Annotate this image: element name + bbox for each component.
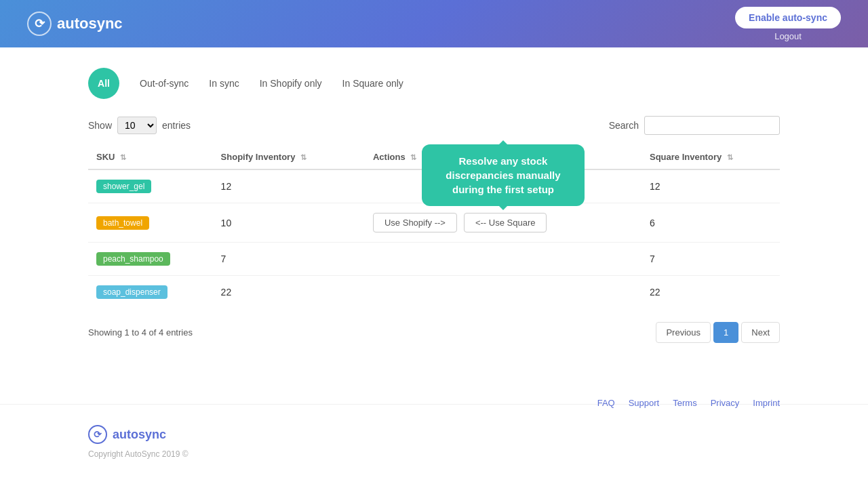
tab-in-square-only[interactable]: In Square only <box>342 78 403 89</box>
col-header-sku: SKU ⇅ <box>88 145 213 169</box>
col-header-square: Square Inventory ⇅ <box>642 145 780 169</box>
footer-logo: ⟳ autosync <box>88 425 189 444</box>
table-row: peach_shampoo 7 7 <box>88 243 780 276</box>
action-buttons: Use Shopify --> <-- Use Square <box>373 213 633 232</box>
filter-tabs: All Out-of-sync In sync In Shopify only … <box>88 68 780 99</box>
use-shopify-button[interactable]: Use Shopify --> <box>373 213 457 232</box>
table-row: bath_towel 10 Resolve any stock discrepa… <box>88 203 780 243</box>
table-controls: Show 10 25 50 100 entries Search <box>88 116 780 135</box>
square-sort-icon[interactable]: ⇅ <box>727 153 733 161</box>
enable-autosync-button[interactable]: Enable auto-sync <box>735 7 841 28</box>
footer-logo-icon: ⟳ <box>88 425 107 444</box>
pagination: Previous 1 Next <box>656 322 780 343</box>
actions-cell <box>365 276 642 309</box>
square-qty-cell: 12 <box>642 169 780 203</box>
search-box: Search <box>609 116 780 135</box>
sku-badge: bath_towel <box>96 216 149 230</box>
sku-badge: shower_gel <box>96 180 151 193</box>
footer-copyright: Copyright AutoSync 2019 © <box>88 449 189 459</box>
search-input[interactable] <box>644 116 780 135</box>
logo-icon: ⟳ <box>27 12 52 36</box>
tab-in-sync[interactable]: In sync <box>209 78 239 89</box>
sku-cell: peach_shampoo <box>88 243 213 276</box>
footer-logo-text: autosync <box>113 428 166 442</box>
table-row: soap_dispenser 22 22 <box>88 276 780 309</box>
entries-select[interactable]: 10 25 50 100 <box>117 117 157 134</box>
logo: ⟳ autosync <box>27 12 123 36</box>
square-qty-cell: 22 <box>642 276 780 309</box>
table-footer: Showing 1 to 4 of 4 entries Previous 1 N… <box>88 322 780 343</box>
faq-link[interactable]: FAQ <box>597 398 615 408</box>
sku-cell: soap_dispenser <box>88 276 213 309</box>
search-label: Search <box>609 120 639 131</box>
inventory-table: SKU ⇅ Shopify Inventory ⇅ Actions ⇅ Squa… <box>88 145 780 308</box>
header-right: Enable auto-sync Logout <box>735 7 841 41</box>
imprint-link[interactable]: Imprint <box>753 398 780 408</box>
shopify-qty-cell: 7 <box>213 243 365 276</box>
terms-link[interactable]: Terms <box>673 398 696 408</box>
showing-text: Showing 1 to 4 of 4 entries <box>88 327 193 338</box>
sku-cell: bath_towel <box>88 203 213 243</box>
tab-all[interactable]: All <box>88 68 119 99</box>
tab-in-shopify-only[interactable]: In Shopify only <box>260 78 322 89</box>
table-header: SKU ⇅ Shopify Inventory ⇅ Actions ⇅ Squa… <box>88 145 780 169</box>
sku-badge: soap_dispenser <box>96 285 167 299</box>
show-entries-control: Show 10 25 50 100 entries <box>88 117 191 134</box>
shopify-qty-cell: 12 <box>213 169 365 203</box>
privacy-link[interactable]: Privacy <box>711 398 740 408</box>
main-content: All Out-of-sync In sync In Shopify only … <box>61 47 807 363</box>
col-header-actions: Actions ⇅ <box>365 145 642 169</box>
shopify-qty-cell: 22 <box>213 276 365 309</box>
next-page-button[interactable]: Next <box>741 322 780 343</box>
actions-cell: Resolve any stock discrepancies manually… <box>365 203 642 243</box>
sku-sort-icon[interactable]: ⇅ <box>120 153 126 161</box>
footer-inner: ⟳ autosync Copyright AutoSync 2019 © FAQ… <box>61 425 807 469</box>
support-link[interactable]: Support <box>629 398 660 408</box>
actions-sort-icon[interactable]: ⇅ <box>410 153 416 161</box>
table-row: shower_gel 12 12 <box>88 169 780 203</box>
shopify-qty-cell: 10 <box>213 203 365 243</box>
table-body: shower_gel 12 12 bath_towel 10 Resolve a… <box>88 169 780 308</box>
actions-cell <box>365 169 642 203</box>
sku-badge: peach_shampoo <box>96 252 170 266</box>
square-qty-cell: 7 <box>642 243 780 276</box>
logo-text: autosync <box>57 15 123 33</box>
previous-page-button[interactable]: Previous <box>656 322 711 343</box>
sku-cell: shower_gel <box>88 169 213 203</box>
entries-label: entries <box>162 120 191 131</box>
square-qty-cell: 6 <box>642 203 780 243</box>
page-1-button[interactable]: 1 <box>713 322 738 343</box>
header: ⟳ autosync Enable auto-sync Logout <box>0 0 868 47</box>
logout-link[interactable]: Logout <box>774 31 802 41</box>
footer: ⟳ autosync Copyright AutoSync 2019 © FAQ… <box>0 404 868 488</box>
use-square-button[interactable]: <-- Use Square <box>464 213 547 232</box>
actions-cell <box>365 243 642 276</box>
show-label: Show <box>88 120 112 131</box>
shopify-sort-icon[interactable]: ⇅ <box>300 153 307 161</box>
footer-links: FAQ Support Terms Privacy Imprint <box>597 398 780 408</box>
tab-out-of-sync[interactable]: Out-of-sync <box>140 78 189 89</box>
col-header-shopify: Shopify Inventory ⇅ <box>213 145 365 169</box>
